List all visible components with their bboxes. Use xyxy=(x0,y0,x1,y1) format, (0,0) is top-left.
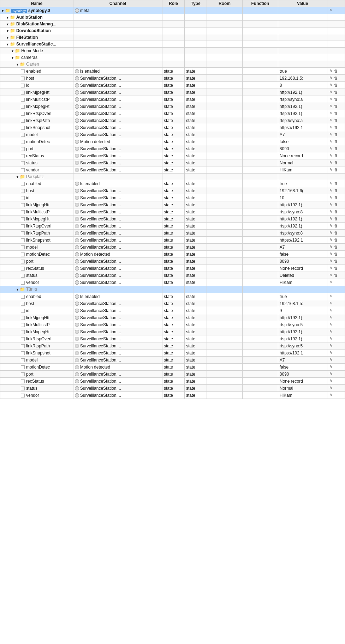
delete-button[interactable]: 🗑 xyxy=(333,125,339,130)
edit-button[interactable]: ✎ xyxy=(329,104,333,109)
edit-button[interactable]: ✎ xyxy=(329,146,333,151)
edit-button[interactable]: ✎ xyxy=(329,90,333,95)
col-header-actions xyxy=(327,0,345,7)
name-cell: linkMjpegHtt xyxy=(0,314,73,321)
delete-button[interactable]: 🗑 xyxy=(333,195,339,200)
type-cell: state xyxy=(185,342,207,350)
edit-button[interactable]: ✎ xyxy=(329,393,333,398)
delete-button[interactable]: 🗑 xyxy=(333,75,339,80)
type-cell: state xyxy=(185,385,207,392)
edit-button[interactable]: ✎ xyxy=(329,378,333,384)
edit-button[interactable]: ✎ xyxy=(329,75,333,81)
expand-arrow[interactable]: ▼ xyxy=(6,23,9,26)
edit-button[interactable]: ✎ xyxy=(329,188,333,193)
delete-button[interactable]: 🗑 xyxy=(333,259,339,263)
delete-button[interactable]: 🗑 xyxy=(333,188,339,193)
edit-button[interactable]: ✎ xyxy=(329,329,333,334)
channel-circle-icon xyxy=(75,252,79,256)
expand-arrow[interactable]: ▼ xyxy=(11,56,14,60)
edit-button[interactable]: ✎ xyxy=(329,322,333,327)
edit-button[interactable]: ✎ xyxy=(329,167,333,172)
delete-button[interactable]: 🗑 xyxy=(333,146,339,151)
edit-button[interactable]: ✎ xyxy=(329,230,333,236)
edit-button[interactable]: ✎ xyxy=(329,223,333,229)
edit-button[interactable]: ✎ xyxy=(329,237,333,243)
edit-button[interactable]: ✎ xyxy=(329,68,333,74)
edit-button[interactable]: ✎ xyxy=(329,216,333,221)
copy-button[interactable]: ⧉ xyxy=(34,287,38,292)
delete-button[interactable]: 🗑 xyxy=(333,244,339,249)
edit-button[interactable]: ✎ xyxy=(329,83,333,88)
type-cell: state xyxy=(185,293,207,300)
delete-button[interactable]: 🗑 xyxy=(333,230,339,235)
edit-button[interactable]: ✎ xyxy=(329,251,333,257)
edit-button[interactable]: ✎ xyxy=(329,202,333,207)
edit-button[interactable]: ✎ xyxy=(329,125,333,130)
delete-button[interactable]: 🗑 xyxy=(333,160,339,165)
delete-button[interactable]: 🗑 xyxy=(333,202,339,207)
edit-button[interactable]: ✎ xyxy=(329,160,333,165)
delete-button[interactable]: 🗑 xyxy=(333,139,339,144)
expand-arrow[interactable]: ▼ xyxy=(16,175,19,179)
delete-button[interactable]: 🗑 xyxy=(333,90,339,95)
edit-button[interactable]: ✎ xyxy=(329,266,333,271)
edit-button[interactable]: ✎ xyxy=(329,195,333,200)
name-cell: motionDetec xyxy=(0,251,73,258)
type-cell: state xyxy=(185,110,207,117)
edit-button[interactable]: ✎ xyxy=(329,244,333,250)
edit-button[interactable]: ✎ xyxy=(329,273,333,278)
expand-arrow[interactable]: ▼ xyxy=(1,9,4,13)
edit-button[interactable]: ✎ xyxy=(329,209,333,214)
edit-button[interactable]: ✎ xyxy=(329,118,333,123)
edit-button[interactable]: ✎ xyxy=(329,336,333,341)
edit-button[interactable]: ✎ xyxy=(329,97,333,102)
edit-button[interactable]: ✎ xyxy=(329,153,333,158)
edit-button[interactable]: ✎ xyxy=(329,111,333,116)
delete-button[interactable]: 🗑 xyxy=(333,209,339,214)
edit-button[interactable]: ✎ xyxy=(329,139,333,144)
edit-button[interactable]: ✎ xyxy=(329,315,333,320)
delete-button[interactable]: 🗑 xyxy=(333,83,339,87)
room-cell xyxy=(207,145,243,152)
function-cell xyxy=(242,335,278,342)
expand-arrow[interactable]: ▼ xyxy=(6,29,9,33)
expand-arrow[interactable]: ▼ xyxy=(16,288,19,291)
edit-button[interactable]: ✎ xyxy=(329,132,333,137)
edit-button[interactable]: ✎ xyxy=(329,294,333,299)
edit-button[interactable]: ✎ xyxy=(329,371,333,377)
expand-arrow[interactable]: ▼ xyxy=(6,36,9,40)
edit-button[interactable]: ✎ xyxy=(329,364,333,370)
edit-button[interactable]: ✎ xyxy=(329,385,333,391)
channel-circle-icon xyxy=(75,245,79,249)
expand-arrow[interactable]: ▼ xyxy=(16,63,19,66)
delete-button[interactable]: 🗑 xyxy=(333,273,339,278)
row-name-label: linkSnapshot xyxy=(26,351,50,356)
edit-button[interactable]: ✎ xyxy=(329,259,333,264)
edit-button[interactable]: ✎ xyxy=(329,8,333,13)
delete-button[interactable]: 🗑 xyxy=(333,216,339,221)
row-name-label: port xyxy=(26,146,34,151)
edit-button[interactable]: ✎ xyxy=(329,343,333,348)
edit-button[interactable]: ✎ xyxy=(329,350,333,356)
delete-button[interactable]: 🗑 xyxy=(333,266,339,271)
expand-arrow[interactable]: ▼ xyxy=(11,49,14,53)
edit-button[interactable]: ✎ xyxy=(329,357,333,363)
delete-button[interactable]: 🗑 xyxy=(333,223,339,228)
delete-button[interactable]: 🗑 xyxy=(333,181,339,186)
delete-button[interactable]: 🗑 xyxy=(333,153,339,158)
edit-button[interactable]: ✎ xyxy=(329,280,333,285)
delete-button[interactable]: 🗑 xyxy=(333,111,339,116)
delete-button[interactable]: 🗑 xyxy=(333,167,339,172)
delete-button[interactable]: 🗑 xyxy=(333,118,339,123)
delete-button[interactable]: 🗑 xyxy=(333,251,339,256)
edit-button[interactable]: ✎ xyxy=(329,181,333,186)
delete-button[interactable]: 🗑 xyxy=(333,97,339,102)
delete-button[interactable]: 🗑 xyxy=(333,104,339,109)
edit-button[interactable]: ✎ xyxy=(329,301,333,306)
delete-button[interactable]: 🗑 xyxy=(333,237,339,242)
expand-arrow[interactable]: ▼ xyxy=(6,43,9,46)
delete-button[interactable]: 🗑 xyxy=(333,132,339,137)
expand-arrow[interactable]: ▼ xyxy=(6,16,9,19)
delete-button[interactable]: 🗑 xyxy=(333,68,339,73)
edit-button[interactable]: ✎ xyxy=(329,308,333,313)
